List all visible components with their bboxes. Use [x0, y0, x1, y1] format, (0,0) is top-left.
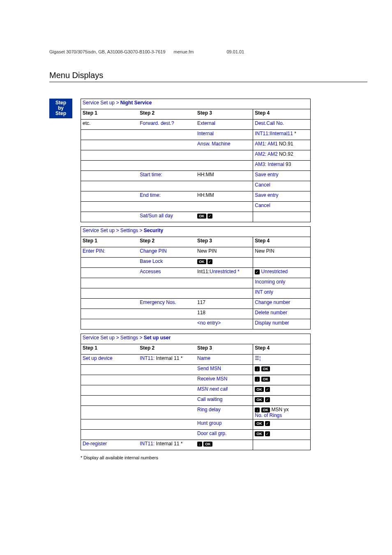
cell: OK ✓: [253, 396, 311, 406]
cell: Incoming only: [253, 278, 311, 288]
cell: Forward. dest.?: [138, 120, 196, 130]
cell: [81, 268, 138, 278]
ok-icon: OK: [261, 377, 270, 382]
cell: [81, 130, 138, 140]
cell: [81, 299, 138, 309]
cell: [81, 140, 138, 150]
cell: [138, 385, 196, 396]
ok-icon: OK: [203, 442, 212, 447]
cell-text: NO.92: [279, 151, 293, 157]
col-head: Step 1: [81, 344, 138, 355]
check-icon: ✓: [208, 214, 212, 219]
cell-text: Int11:: [197, 269, 210, 274]
cell: [81, 161, 138, 171]
cell: De-register: [81, 440, 138, 450]
header-file: menue.fm: [174, 49, 194, 54]
cell: [81, 171, 138, 181]
arrow-down-icon: ↓: [255, 408, 260, 412]
cell: OK ✓: [253, 419, 311, 430]
table-night-service: Service Set up > Night Service Step 1 St…: [81, 99, 311, 222]
cell: Dest.Call No.: [253, 120, 311, 130]
cell: [81, 319, 138, 329]
cell: Delete number: [253, 309, 311, 319]
cell: [196, 150, 253, 161]
cell: AM3: Internal 93: [253, 161, 311, 171]
ok-icon: OK: [255, 431, 264, 436]
ok-icon: OK: [255, 397, 264, 402]
cell: [81, 365, 138, 375]
table-title-path: Service Set up > Settings >: [83, 335, 144, 341]
ok-icon: OK: [255, 421, 264, 426]
cell: Base Lock: [138, 258, 196, 268]
cell: ↓ OK: [253, 365, 311, 375]
ok-icon: OK: [197, 214, 206, 219]
col-head: Step 2: [138, 237, 196, 247]
cell: [138, 430, 196, 440]
cell-text: *: [294, 131, 296, 136]
cell: [138, 375, 196, 385]
cell: Ring delay: [196, 406, 253, 419]
cell: Change number: [253, 299, 311, 309]
cell: Sat/Sun all day: [138, 212, 196, 222]
col-head: Step 2: [138, 109, 196, 120]
check-icon: ✓: [265, 421, 270, 426]
cell: External: [196, 120, 253, 130]
cell: [253, 440, 311, 450]
col-head: Step 3: [196, 109, 253, 120]
cell: [138, 161, 196, 171]
cell: ↓ OK: [253, 375, 311, 385]
cell: [138, 309, 196, 319]
cell: Receive MSN: [196, 375, 253, 385]
cell: New PIN: [253, 247, 311, 258]
cell: Change PIN: [138, 247, 196, 258]
col-head: Step 3: [196, 237, 253, 247]
footnote: * Display all available internal numbers: [81, 455, 367, 460]
cell: [81, 202, 138, 212]
cell: OK ✓: [253, 430, 311, 440]
cell: OK ✓: [196, 212, 253, 222]
arrow-down-icon: ↓: [197, 442, 202, 447]
cell: [138, 419, 196, 430]
cell: 118: [196, 309, 253, 319]
cell: Emergency Nos.: [138, 299, 196, 309]
cell: [81, 406, 138, 419]
cell: INT11: Internal 11 *: [138, 355, 196, 365]
cell: HH:MM: [196, 171, 253, 181]
cell-text: Internal 11 *: [156, 441, 183, 447]
cell: Name: [196, 355, 253, 365]
cell: [138, 406, 196, 419]
header-doc: Gigaset 3070/3075isdn, GB, A31008-G3070-…: [49, 49, 166, 54]
cell: [81, 191, 138, 202]
arrow-down-icon: ↓: [255, 366, 260, 371]
cell: Hunt group: [196, 419, 253, 430]
cell: ✓ Unrestricted: [253, 268, 311, 278]
table-title-last: Night Service: [120, 100, 152, 106]
cell-text: AM2: AM2: [255, 151, 279, 157]
cell: [81, 396, 138, 406]
col-head: Step 2: [138, 344, 196, 355]
text-entry-icon: ☰¦: [255, 355, 261, 361]
col-head: Step 4: [253, 237, 311, 247]
table-security: Service Set up > Settings > Security Ste…: [81, 226, 311, 329]
cell: INT only: [253, 288, 311, 299]
cell: [81, 419, 138, 430]
cell: Send MSN: [196, 365, 253, 375]
table-title-last: Security: [144, 228, 163, 233]
cell: INT11:IInternal11 *: [253, 130, 311, 140]
cell-text: 93: [286, 161, 291, 167]
ok-icon: OK: [197, 259, 206, 264]
cell: ↓ OK MSN yxNo. of Rings: [253, 406, 311, 419]
cell: [138, 396, 196, 406]
table-title-path: Service Set up >: [83, 100, 120, 106]
cell: [81, 258, 138, 268]
cell: [81, 150, 138, 161]
cell: [196, 181, 253, 191]
cell: OK ✓: [253, 385, 311, 396]
cell: End time:: [138, 191, 196, 202]
col-head: Step 1: [81, 237, 138, 247]
check-icon: ✓: [265, 397, 270, 402]
cell: [138, 288, 196, 299]
header: Gigaset 3070/3075isdn, GB, A31008-G3070-…: [49, 49, 367, 54]
cell-text: Unrestricted: [260, 269, 288, 274]
cell: <no entry>: [196, 319, 253, 329]
